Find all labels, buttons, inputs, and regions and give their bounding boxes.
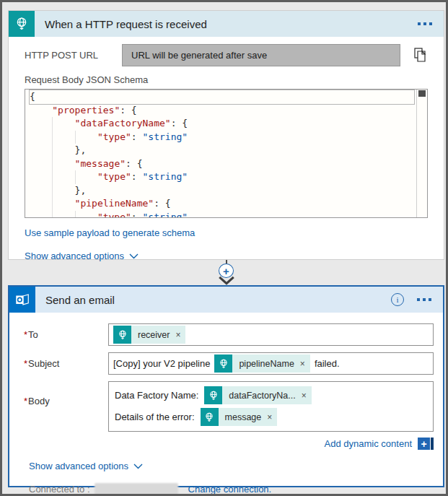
outlook-icon xyxy=(9,287,35,313)
http-post-url-row: HTTP POST URL URL will be generated afte… xyxy=(25,44,428,66)
body-line: Details of the error: message× xyxy=(115,408,277,426)
token-label: message xyxy=(225,412,262,422)
schema-label: Request Body JSON Schema xyxy=(25,74,428,85)
info-icon[interactable]: i xyxy=(391,293,404,306)
schema-editor[interactable]: { "properties": { "dataFactoryName": { "… xyxy=(25,89,428,218)
subject-field-row: *Subject [Copy] your V2 pipeline pipelin… xyxy=(24,352,434,375)
body-input[interactable]: Data Factory Name: dataFactoryNa...× xyxy=(108,381,434,432)
plus-icon: + xyxy=(223,266,229,277)
flow-designer-canvas: When a HTTP request is received HTTP POS… xyxy=(0,0,448,496)
email-title: Send an email xyxy=(35,294,391,306)
body-line2-text: Details of the error: xyxy=(115,412,195,422)
token-close-icon[interactable]: × xyxy=(267,413,272,422)
subject-label: *Subject xyxy=(24,358,108,369)
email-advanced-options-link[interactable]: Show advanced options xyxy=(29,461,128,471)
body-line1-text: Data Factory Name: xyxy=(115,390,198,401)
schema-scrollbar[interactable] xyxy=(416,90,427,217)
http-trigger-icon xyxy=(9,11,35,37)
plus-icon: + xyxy=(418,438,430,450)
email-action-card: Send an email i *To xyxy=(8,285,444,487)
schema-scrollbar-thumb[interactable] xyxy=(418,90,426,97)
add-dynamic-content-button[interactable]: + xyxy=(418,438,434,450)
token-label: dataFactoryNa... xyxy=(229,391,295,401)
subject-token[interactable]: pipelineName× xyxy=(214,354,309,373)
copy-url-button[interactable] xyxy=(400,47,428,64)
to-token[interactable]: receiver× xyxy=(113,326,185,344)
body-token-datafactory[interactable]: dataFactoryNa...× xyxy=(204,386,311,404)
email-header[interactable]: Send an email i xyxy=(9,287,443,313)
connected-to-label: Connected to : xyxy=(29,484,90,495)
sample-payload-link[interactable]: Use sample payload to generate schema xyxy=(25,227,195,238)
subject-text-after: failed. xyxy=(315,358,340,369)
subject-input[interactable]: [Copy] your V2 pipeline pipelineName× fa… xyxy=(108,352,434,375)
token-label: pipelineName xyxy=(239,359,294,369)
http-post-url-label: HTTP POST URL xyxy=(25,50,122,61)
schema-code: { "properties": { "dataFactoryName": { "… xyxy=(30,90,414,218)
token-http-icon xyxy=(201,408,219,426)
to-input[interactable]: receiver× xyxy=(108,323,434,346)
add-dynamic-content-row: Add dynamic content + xyxy=(24,438,434,450)
token-label: receiver xyxy=(138,330,170,340)
token-http-icon xyxy=(204,386,222,404)
body-field-row: *Body Data Factory Name: dataFactoryNa. xyxy=(24,381,434,432)
body-label: *Body xyxy=(24,396,108,406)
connection-row: Connected to : Change connection. xyxy=(24,483,434,495)
trigger-title: When a HTTP request is received xyxy=(35,18,418,30)
token-close-icon[interactable]: × xyxy=(300,360,305,368)
http-post-url-value: URL will be generated after save xyxy=(122,44,400,66)
to-label: *To xyxy=(24,329,108,340)
email-more-options-icon[interactable] xyxy=(417,298,431,301)
step-connector: + xyxy=(2,260,448,285)
token-http-icon xyxy=(113,326,131,344)
change-connection-link[interactable]: Change connection. xyxy=(188,484,272,495)
trigger-more-options-icon[interactable] xyxy=(418,22,432,25)
add-dynamic-content-link[interactable]: Add dynamic content xyxy=(325,438,412,449)
subject-text-before: [Copy] your V2 pipeline xyxy=(113,358,210,369)
token-close-icon[interactable]: × xyxy=(175,331,180,339)
token-close-icon[interactable]: × xyxy=(302,391,307,400)
to-field-row: *To receiver× xyxy=(24,323,434,346)
chevron-down-icon xyxy=(133,464,143,469)
body-token-message[interactable]: message× xyxy=(201,408,278,426)
add-dynamic-bar xyxy=(431,438,434,450)
required-asterisk: * xyxy=(24,329,27,340)
chevron-down-icon xyxy=(129,253,139,259)
trigger-card: When a HTTP request is received HTTP POS… xyxy=(8,10,444,260)
trigger-header[interactable]: When a HTTP request is received xyxy=(9,11,444,37)
token-http-icon xyxy=(214,354,232,373)
connection-name-redacted xyxy=(95,483,178,495)
copy-icon xyxy=(413,47,428,64)
body-line: Data Factory Name: dataFactoryNa...× xyxy=(115,386,312,404)
